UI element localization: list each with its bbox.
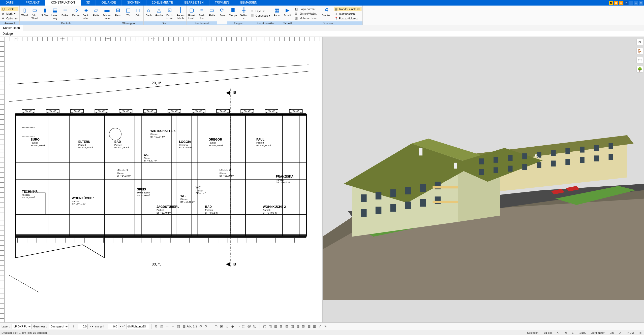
ribbon-selekt[interactable]: ▢Selekt bbox=[1, 7, 18, 11]
ribbon-einheit-ma-st-[interactable]: ⊞Einheit/Maßst. bbox=[294, 12, 319, 16]
layout-icon[interactable]: ▦ bbox=[614, 1, 618, 5]
ribbon-virt-wand-button[interactable]: ▭Virt. Wand bbox=[30, 6, 40, 21]
ribbon-regen-fallrohr-button[interactable]: │Regen- fallrohr bbox=[175, 6, 187, 21]
3d-view[interactable]: ↖ bbox=[322, 37, 644, 322]
ribbon-geschoss-[interactable]: ☰Geschoss ▾ bbox=[250, 14, 271, 18]
close-icon[interactable]: × bbox=[639, 1, 643, 5]
toolbar-btn-buttons2-0[interactable]: ▢ bbox=[213, 324, 219, 329]
floorplan-canvas[interactable]: 29,15BÜROParkettBF =12,40 m²ELTERNParket… bbox=[5, 41, 322, 322]
toolbar-btn-buttons2-5[interactable]: ⬚ bbox=[241, 324, 247, 329]
ribbon-unter-zug-button[interactable]: ⬓Unter- zug bbox=[50, 6, 60, 21]
ribbon-raum-button[interactable]: ▦Raum bbox=[272, 6, 282, 21]
ribbon-schnitt-button[interactable]: ▶Schnitt bbox=[282, 6, 293, 21]
side-button-1[interactable]: 🪑 bbox=[636, 48, 643, 54]
toolbar-btn-buttons-0[interactable]: ⧉ bbox=[154, 324, 159, 329]
ribbon-wand-button[interactable]: ▯Wand bbox=[20, 6, 30, 21]
side-button-0[interactable]: ≋ bbox=[636, 39, 643, 45]
menu-tab-gelände[interactable]: GELÄNDE bbox=[96, 0, 121, 6]
toolbar-btn-buttons3-3[interactable]: ⊞ bbox=[279, 324, 284, 329]
menu-tab-3d[interactable]: 3D bbox=[81, 0, 96, 6]
ribbon-gaube-button[interactable]: △Gaube bbox=[154, 6, 164, 21]
menu-tab-2d-elemente[interactable]: 2D-ELEMENTE bbox=[146, 0, 179, 6]
tool-icon[interactable]: ✖ bbox=[609, 1, 613, 5]
toolbar-btn-buttons3-11[interactable]: ⤡ bbox=[323, 324, 328, 329]
toolbar-btn-buttons-2[interactable]: ═ bbox=[165, 324, 170, 329]
ribbon-drucken-button[interactable]: 🖨Drucken bbox=[320, 6, 333, 21]
ribbon-treppe-button[interactable]: ≣Treppe bbox=[227, 6, 238, 21]
ribbon-r-nder-einblend-[interactable]: ▦Ränder einblend. bbox=[334, 7, 361, 11]
dl-input[interactable] bbox=[127, 324, 149, 329]
phi-input[interactable] bbox=[108, 324, 118, 329]
ribbon-mark-[interactable]: ⧉Mark. ▾ bbox=[1, 12, 18, 16]
toolbar-btn-buttons3-5[interactable]: ▥ bbox=[290, 324, 295, 329]
screen-icon[interactable]: ▭ bbox=[619, 1, 623, 5]
toolbar-btn-buttons3-2[interactable]: ▦ bbox=[273, 324, 279, 329]
svg-rect-178 bbox=[405, 202, 411, 209]
menu-tab-projekt[interactable]: PROJEKT bbox=[20, 0, 45, 6]
toolbar-btn-buttons2-3[interactable]: ◆ bbox=[230, 324, 235, 329]
toolbar-btn-buttons-6[interactable]: Abc bbox=[187, 324, 192, 329]
toolbar-btn-buttons3-9[interactable]: ▦ bbox=[312, 324, 317, 329]
2d-plan-view[interactable]: 2000300040005000 29,15BÜROParkettBF =12,… bbox=[0, 37, 322, 322]
ribbon-st-tze-button[interactable]: ▮Stütze bbox=[40, 6, 50, 21]
ribbon-strei-fen-button[interactable]: ≡Strei- fen bbox=[197, 6, 207, 21]
side-button-3[interactable]: 🌳 bbox=[636, 66, 643, 73]
subtab-konstruktion[interactable]: Konstruktion bbox=[0, 25, 23, 31]
toolbar-btn-buttons3-4[interactable]: ⊡ bbox=[284, 324, 290, 329]
toolbar-btn-buttons-5[interactable]: ▦ bbox=[181, 324, 187, 329]
toolbar-btn-buttons-7[interactable]: 1,2 bbox=[192, 324, 198, 329]
ribbon-einzel-fund--button[interactable]: ▢Einzel Fund. bbox=[187, 6, 197, 21]
ribbon-layer-[interactable]: ≣Layer ▾ bbox=[250, 9, 271, 13]
minimize-icon[interactable]: – bbox=[629, 1, 633, 5]
ribbon-balken-button[interactable]: ═Balken bbox=[60, 6, 71, 21]
menu-tab-trimmen[interactable]: TRIMMEN bbox=[209, 0, 235, 6]
toolbar-btn-buttons3-7[interactable]: ⊡ bbox=[301, 324, 306, 329]
menu-tab-bearbeiten[interactable]: BEARBEITEN bbox=[179, 0, 209, 6]
ribbon-schorn-stein-button[interactable]: ▬Schorn- stein bbox=[101, 6, 113, 21]
ribbon--ffn--button[interactable]: ◻Öffn. bbox=[133, 6, 143, 21]
svg-rect-188 bbox=[580, 147, 584, 152]
ribbon-t-r-button[interactable]: ◫Tür bbox=[123, 6, 133, 21]
toolbar-btn-buttons3-1[interactable]: ◫ bbox=[267, 324, 273, 329]
toolbar-btn-buttons3-10[interactable]: ⤢ bbox=[317, 324, 323, 329]
svg-rect-173 bbox=[420, 184, 426, 192]
layer-select[interactable]: LP DXF Foli bbox=[12, 324, 32, 329]
ribbon-mehrere-seiten[interactable]: ▥Mehrere Seiten bbox=[294, 16, 319, 20]
toolbar-btn-buttons-9[interactable]: ⟳ bbox=[203, 324, 209, 329]
toolbar-btn-buttons-8[interactable]: ⟲ bbox=[198, 324, 203, 329]
ribbon-platte-button[interactable]: ▭Platte bbox=[207, 6, 217, 21]
ribbon-fenst-button[interactable]: ⊞Fenst bbox=[113, 6, 123, 21]
toolbar-btn-buttons-4[interactable]: ▤ bbox=[176, 324, 181, 329]
ribbon-blatt-position-[interactable]: ⊡Blatt position. bbox=[334, 12, 361, 16]
toolbar-btn-buttons2-1[interactable]: ▣ bbox=[219, 324, 224, 329]
ribbon-decke-button[interactable]: ◇Decke bbox=[71, 6, 81, 21]
ribbon-dach-button[interactable]: ⌂Dach bbox=[144, 6, 154, 21]
menu-tab-datei[interactable]: DATEI bbox=[0, 0, 20, 6]
menu-tab-bemassen[interactable]: BEMASSEN bbox=[235, 0, 263, 6]
ribbon-papierformat[interactable]: ◧Papierformat bbox=[294, 7, 319, 11]
side-button-2[interactable]: ⬚ bbox=[636, 57, 643, 63]
toolbar-btn-buttons2-4[interactable]: ▭ bbox=[235, 324, 241, 329]
toolbar-btn-buttons2-7[interactable]: ⓘ bbox=[252, 324, 258, 329]
ribbon-pos-zur-cksetz-[interactable]: 📍Pos zurücksetz. bbox=[334, 16, 361, 20]
toolbar-btn-buttons-1[interactable]: ▤ bbox=[159, 324, 165, 329]
toolbar-btn-buttons3-6[interactable]: ▦ bbox=[295, 324, 301, 329]
help-icon[interactable]: ? bbox=[624, 1, 628, 5]
ribbon-platte-button[interactable]: ▱Platte bbox=[91, 6, 101, 21]
l-input[interactable] bbox=[78, 324, 88, 329]
ribbon-dach-fenster-button[interactable]: ⊡Dach- fenster bbox=[164, 6, 175, 21]
ribbon-auto-button[interactable]: ⟳Auto bbox=[217, 6, 227, 24]
toolbar-btn-buttons3-8[interactable]: ▦ bbox=[306, 324, 312, 329]
ribbon-optionen[interactable]: ✚Optionen bbox=[1, 16, 18, 20]
ribbon-deck-ffn--button[interactable]: ◈Deck- öffn. bbox=[81, 6, 91, 21]
maximize-icon[interactable]: □ bbox=[634, 1, 638, 5]
toolbar-btn-buttons-3[interactable]: ≡ bbox=[170, 324, 176, 329]
menu-tab-sichten[interactable]: SICHTEN bbox=[122, 0, 146, 6]
toolbar-btn-buttons2-6[interactable]: Ⓝ bbox=[247, 324, 252, 329]
menu-tab-konstruktion[interactable]: KONSTRUKTION bbox=[45, 0, 81, 6]
toolbar-btn-buttons3-0[interactable]: ▢ bbox=[262, 324, 267, 329]
ribbon-gel-n-der-button[interactable]: ╫Gelän- der bbox=[238, 6, 249, 21]
geschoss-select[interactable]: Dachgescho bbox=[49, 324, 69, 329]
svg-rect-198 bbox=[580, 157, 584, 163]
toolbar-btn-buttons2-2[interactable]: ◇ bbox=[224, 324, 230, 329]
